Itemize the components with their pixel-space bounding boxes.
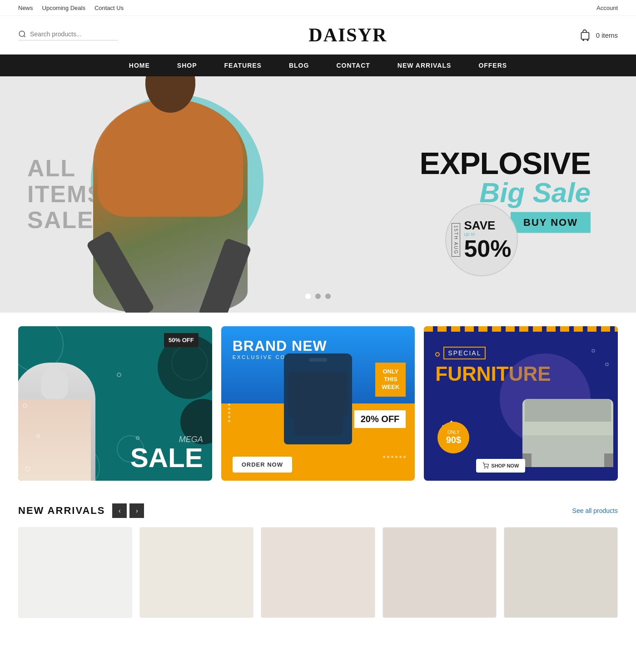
promo-card-mega-sale: 50% OFF MEGA SALE — [18, 326, 212, 481]
promo2-title: BRAND NEW — [233, 338, 404, 354]
hero-save-badge: 15TH AUG SAVE up to 50% — [445, 204, 518, 276]
top-bar-links: News Upcoming Deals Contact Us — [18, 5, 124, 11]
svg-point-6 — [487, 468, 488, 468]
save-date: 15TH AUG — [452, 223, 460, 257]
svg-point-4 — [586, 39, 588, 41]
promo1-model — [18, 363, 95, 481]
hero-banner: ALL ITEMS SALE EXPLOSIVE Big Sale BUY NO… — [0, 76, 636, 313]
buy-now-button[interactable]: BUY NOW — [511, 212, 591, 233]
promo3-price-badge: ONLY 90$ — [437, 422, 469, 453]
svg-line-1 — [24, 35, 25, 37]
hero-big-sale-text: Big Sale — [420, 179, 591, 207]
promo2-order-now-button[interactable]: ORDER NOW — [233, 457, 292, 473]
logo: DAISYR — [308, 24, 387, 46]
product-card-5[interactable] — [504, 527, 618, 618]
main-nav: HOME SHOP FEATURES BLOG CONTACT NEW ARRI… — [0, 55, 636, 76]
product-grid — [18, 527, 618, 618]
svg-point-0 — [19, 31, 25, 36]
upcoming-deals-link[interactable]: Upcoming Deals — [42, 5, 85, 11]
svg-rect-2 — [581, 32, 589, 39]
new-arrivals-section: NEW ARRIVALS ‹ › See all products — [0, 494, 636, 632]
nav-home[interactable]: HOME — [129, 62, 150, 69]
promo-card-furniture: SPECIAL FURNITURE ↙ ONLY 90$ — [424, 326, 618, 481]
news-link[interactable]: News — [18, 5, 33, 11]
nav-features[interactable]: FEATURES — [224, 62, 262, 69]
hero-dot-1[interactable] — [305, 294, 311, 299]
top-bar-right: Account — [596, 4, 618, 12]
promo-section: 50% OFF MEGA SALE BRAND NEW EXCLUSIVE CO — [0, 313, 636, 494]
search-input[interactable] — [30, 30, 112, 38]
new-arrivals-next-button[interactable]: › — [129, 503, 144, 518]
new-arrivals-nav: ‹ › — [112, 503, 144, 518]
promo1-mega-sale-text: MEGA SALE — [130, 435, 203, 472]
nav-contact[interactable]: CONTACT — [336, 62, 370, 69]
product-card-2[interactable] — [139, 527, 253, 618]
promo3-special-label: SPECIAL — [443, 347, 486, 359]
header: DAISYR 0 items — [0, 16, 636, 55]
save-percent: 50% — [464, 237, 511, 260]
nav-new-arrivals[interactable]: NEW ARRIVALS — [398, 62, 452, 69]
promo-card-brand-new: BRAND NEW EXCLUSIVE COLLECTION ONLY THIS… — [221, 326, 415, 481]
nav-offers[interactable]: OFFERS — [478, 62, 507, 69]
cart-icon — [578, 29, 591, 41]
see-all-products-link[interactable]: See all products — [572, 507, 618, 514]
cart-small-icon — [482, 463, 489, 469]
promo3-sofa — [522, 399, 613, 467]
product-card-4[interactable] — [383, 527, 497, 618]
contact-us-link[interactable]: Contact Us — [94, 5, 124, 11]
new-arrivals-header: NEW ARRIVALS ‹ › See all products — [18, 503, 618, 518]
search-area[interactable] — [18, 30, 118, 40]
hero-model-figure — [68, 85, 273, 313]
svg-point-3 — [582, 39, 584, 41]
hero-explosive-text: EXPLOSIVE — [420, 148, 591, 179]
svg-point-5 — [485, 468, 485, 468]
nav-blog[interactable]: BLOG — [289, 62, 309, 69]
product-card-3[interactable] — [261, 527, 375, 618]
cart-label: 0 items — [596, 31, 618, 39]
promo3-shop-now-button[interactable]: SHOP NOW — [476, 459, 525, 473]
nav-shop[interactable]: SHOP — [177, 62, 197, 69]
product-card-1[interactable] — [18, 527, 132, 618]
hero-dot-3[interactable] — [325, 294, 331, 299]
new-arrivals-title: NEW ARRIVALS — [18, 505, 105, 517]
promo2-backpack — [284, 353, 352, 444]
promo2-only-this-week: ONLY THIS WEEK — [375, 363, 406, 397]
promo2-discount: 20% OFF — [354, 410, 406, 428]
cart-area[interactable]: 0 items — [578, 29, 618, 41]
hero-dot-2[interactable] — [315, 294, 321, 299]
hero-dots — [305, 294, 331, 299]
search-icon — [18, 30, 26, 38]
top-bar: News Upcoming Deals Contact Us Account — [0, 0, 636, 16]
save-label: SAVE — [464, 219, 511, 231]
promo1-discount-badge: 50% OFF — [164, 333, 199, 347]
account-link[interactable]: Account — [596, 5, 618, 11]
new-arrivals-prev-button[interactable]: ‹ — [112, 503, 127, 518]
